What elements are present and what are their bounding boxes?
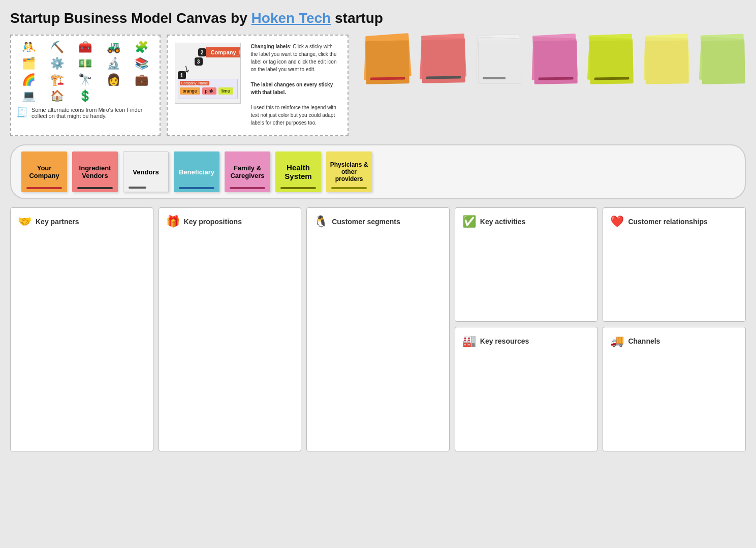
bmc-cell-key-resources: 🏭 Key resources (455, 327, 598, 451)
instructions-text: Changing labels: Click a sticky with the… (251, 43, 341, 127)
customer-segments-icon: 🐧 (314, 215, 328, 228)
sticky-note (365, 40, 409, 84)
icon-microscope: 🔬 (101, 57, 127, 70)
stickies-panel (355, 35, 746, 136)
bmc-cell-channels: 🚚 Channels (603, 327, 746, 451)
legend-item-physicians: Physicians & other providers (326, 151, 372, 192)
bmc-cell-key-partners: 🤝 Key partners (10, 207, 153, 451)
icon-pickaxe: ⛏️ (45, 41, 70, 54)
icon-person: 👩 (101, 73, 127, 86)
bmc-cell-header-key-activities: ✅ Key activities (462, 215, 590, 228)
instructions-panel: 2 3 1 Company_Name ↘ Company_Name orange… (167, 35, 349, 136)
sticky-note (589, 40, 633, 84)
bmc-cell-header-customer-segments: 🐧 Customer segments (314, 215, 442, 228)
key-partners-icon: 🤝 (18, 215, 32, 228)
icon-puzzle: 🧩 (129, 41, 154, 54)
sticky-stack-purple (532, 35, 578, 85)
icon-caption: 🧾 Some alternate icons from Miro's Icon … (16, 107, 154, 119)
receipt-icon: 🧾 (16, 107, 27, 118)
company-name-button[interactable]: Company_Name (206, 47, 241, 57)
icon-panel: 🤼 ⛏️ 🧰 🚜 🧩 🗂️ ⚙️ 💵 🔬 📚 🌈 🏗️ 🔭 👩 💼 💻 🏠 💲 … (10, 35, 161, 136)
icon-crane: 🏗️ (45, 73, 70, 86)
sticky-stack-yellow (644, 35, 690, 85)
sticky-stack-pink (421, 35, 466, 85)
key-resources-icon: 🏭 (462, 334, 476, 348)
legend-sticky-health-system: Health System (275, 151, 321, 192)
bmc-cell-customer-relationships: ❤️ Customer relationships (603, 207, 746, 322)
icon-books: 📚 (129, 57, 154, 70)
customer-relationships-icon: ❤️ (610, 215, 624, 228)
sticky-note (421, 39, 465, 83)
icon-money: 💵 (73, 57, 98, 70)
legend-item-beneficiary: Beneficiary (174, 151, 219, 192)
legend-strip: Your Company Ingredient Vendors Vendors … (10, 144, 746, 199)
key-propositions-icon: 🎁 (166, 215, 180, 228)
sticky-note (645, 40, 688, 84)
icon-toolbox: 🧰 (73, 41, 98, 54)
hoken-tech-link[interactable]: Hoken Tech (251, 10, 331, 26)
page-title: Startup Business Model Canvas by Hoken T… (10, 10, 746, 26)
icon-dollar: 💲 (73, 89, 98, 103)
bmc-cell-customer-segments: 🐧 Customer segments (306, 207, 450, 451)
sticky-note (533, 40, 577, 84)
sticky-stack-green (700, 35, 746, 85)
sticky-stack-yellow-green (588, 35, 634, 85)
legend-item-ingredient-vendors: Ingredient Vendors (72, 151, 118, 192)
key-activities-icon: ✅ (462, 215, 476, 228)
bmc-cell-header-customer-relationships: ❤️ Customer relationships (610, 215, 738, 228)
channels-icon: 🚚 (610, 334, 624, 348)
sticky-note (701, 40, 745, 84)
legend-sticky-family-caregivers: Family & Caregivers (225, 151, 270, 192)
icon-house: 🏠 (45, 89, 70, 103)
bmc-cell-header-channels: 🚚 Channels (610, 334, 738, 348)
icon-files: 🗂️ (16, 57, 42, 70)
bmc-cell-header-key-propositions: 🎁 Key propositions (166, 215, 294, 228)
icon-tractor: 🚜 (101, 41, 127, 54)
icon-gear: ⚙️ (45, 57, 70, 70)
legend-item-vendors: Vendors (123, 151, 169, 192)
diagram-area: 2 3 1 Company_Name ↘ Company_Name orange… (175, 43, 246, 127)
diagram-image: 2 3 1 Company_Name ↘ Company_Name orange… (175, 43, 241, 104)
legend-sticky-physicians: Physicians & other providers (326, 151, 372, 192)
bmc-cell-key-propositions: 🎁 Key propositions (159, 207, 302, 451)
bmc-cell-header-key-partners: 🤝 Key partners (18, 215, 146, 228)
bmc-grid: 🤝 Key partners ✅ Key activities 🎁 Key pr… (10, 207, 746, 451)
bmc-cell-key-activities: ✅ Key activities (455, 207, 598, 322)
legend-item-family-caregivers: Family & Caregivers (225, 151, 270, 192)
legend-sticky-beneficiary: Beneficiary (174, 151, 219, 192)
legend-item-health-system: Health System (275, 151, 321, 192)
bmc-cell-header-key-resources: 🏭 Key resources (462, 334, 590, 348)
icon-laptop: 💻 (16, 89, 42, 103)
badge-2: 2 (198, 48, 206, 56)
sticky-note (478, 41, 521, 84)
legend-item-your-company: Your Company (21, 151, 67, 192)
icon-telescope: 🔭 (73, 73, 98, 86)
badge-3: 3 (195, 57, 203, 66)
icon-grid: 🤼 ⛏️ 🧰 🚜 🧩 🗂️ ⚙️ 💵 🔬 📚 🌈 🏗️ 🔭 👩 💼 💻 🏠 💲 (16, 41, 154, 103)
sticky-stack-orange (365, 35, 411, 85)
icon-briefcase: 💼 (129, 73, 154, 86)
top-section: 🤼 ⛏️ 🧰 🚜 🧩 🗂️ ⚙️ 💵 🔬 📚 🌈 🏗️ 🔭 👩 💼 💻 🏠 💲 … (10, 35, 746, 136)
legend-sticky-your-company: Your Company (21, 151, 67, 192)
legend-sticky-vendors: Vendors (123, 151, 169, 192)
diagram-mockup: Company_Name orange pink lime (178, 79, 238, 99)
legend-sticky-ingredient-vendors: Ingredient Vendors (72, 151, 118, 192)
sticky-stack-white (477, 35, 522, 85)
icon-wrestling: 🤼 (16, 41, 42, 54)
icon-rainbow: 🌈 (16, 73, 42, 86)
